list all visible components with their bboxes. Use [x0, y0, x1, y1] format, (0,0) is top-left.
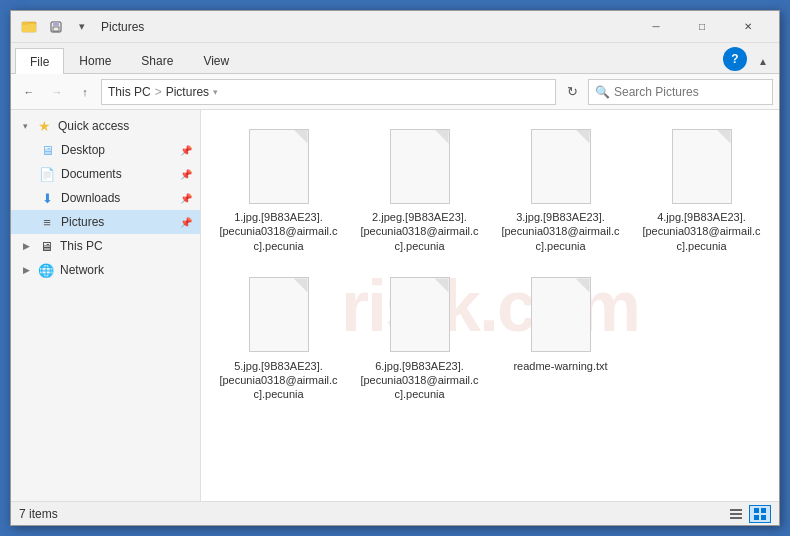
quick-access-label: Quick access — [58, 119, 192, 133]
file-name-2: 2.jpeg.[9B83AE23].[pecunia0318@airmail.c… — [360, 210, 480, 253]
window-icon — [19, 17, 39, 37]
svg-rect-4 — [53, 22, 59, 26]
close-button[interactable]: ✕ — [725, 11, 771, 43]
file-icon-4 — [667, 126, 737, 206]
list-item[interactable]: 6.jpg.[9B83AE23].[pecunia0318@airmail.cc… — [352, 269, 487, 408]
svg-rect-5 — [53, 27, 59, 31]
svg-rect-1 — [22, 24, 36, 32]
list-item[interactable]: 4.jpg.[9B83AE23].[pecunia0318@airmail.cc… — [634, 120, 769, 259]
save-quick-icon[interactable] — [45, 16, 67, 38]
pin-icon-documents: 📌 — [180, 169, 192, 180]
svg-rect-9 — [754, 508, 759, 513]
tab-home[interactable]: Home — [64, 47, 126, 73]
search-icon: 🔍 — [595, 85, 610, 99]
status-item-count: 7 items — [19, 507, 725, 521]
window-title: Pictures — [101, 20, 633, 34]
path-separator-1: > — [155, 85, 162, 99]
downloads-label: Downloads — [61, 191, 174, 205]
list-view-button[interactable] — [725, 505, 747, 523]
pictures-label: Pictures — [61, 215, 174, 229]
address-path[interactable]: This PC > Pictures ▾ — [101, 79, 556, 105]
network-label: Network — [60, 263, 192, 277]
maximize-button[interactable]: □ — [679, 11, 725, 43]
up-button[interactable]: ↑ — [73, 80, 97, 104]
file-icon-1 — [244, 126, 314, 206]
address-bar: ← → ↑ This PC > Pictures ▾ ↻ 🔍 — [11, 74, 779, 110]
back-button[interactable]: ← — [17, 80, 41, 104]
ribbon-collapse-button[interactable]: ▲ — [751, 49, 775, 73]
expand-arrow-network: ▶ — [23, 265, 30, 275]
sidebar: ▾ ★ Quick access 🖥 Desktop 📌 📄 Documents… — [11, 110, 201, 501]
folder-pictures-icon: ≡ — [39, 214, 55, 230]
svg-rect-2 — [22, 22, 28, 25]
path-dropdown-chevron: ▾ — [213, 87, 218, 97]
file-name-4: 4.jpg.[9B83AE23].[pecunia0318@airmail.cc… — [642, 210, 762, 253]
tab-share[interactable]: Share — [126, 47, 188, 73]
quick-access-toolbar: ▾ — [45, 16, 93, 38]
files-grid: 1.jpg.[9B83AE23].[pecunia0318@airmail.cc… — [211, 120, 769, 418]
status-bar: 7 items — [11, 501, 779, 525]
svg-rect-12 — [761, 515, 766, 520]
sidebar-item-quick-access[interactable]: ▾ ★ Quick access — [11, 114, 200, 138]
file-name-6: 6.jpg.[9B83AE23].[pecunia0318@airmail.cc… — [360, 359, 480, 402]
computer-icon: 🖥 — [38, 238, 54, 254]
file-name-5: 5.jpg.[9B83AE23].[pecunia0318@airmail.cc… — [219, 359, 339, 402]
file-name-7: readme-warning.txt — [513, 359, 607, 373]
list-item[interactable]: 5.jpg.[9B83AE23].[pecunia0318@airmail.cc… — [211, 269, 346, 408]
view-toggle-buttons — [725, 505, 771, 523]
tab-view[interactable]: View — [188, 47, 244, 73]
list-item[interactable]: readme-warning.txt — [493, 269, 628, 408]
forward-button[interactable]: → — [45, 80, 69, 104]
svg-rect-10 — [761, 508, 766, 513]
file-icon-3 — [526, 126, 596, 206]
folder-desktop-icon: 🖥 — [39, 142, 55, 158]
file-icon-7 — [526, 275, 596, 355]
main-content: ▾ ★ Quick access 🖥 Desktop 📌 📄 Documents… — [11, 110, 779, 501]
path-segment-thispc: This PC — [108, 85, 151, 99]
minimize-button[interactable]: ─ — [633, 11, 679, 43]
pin-icon-pictures: 📌 — [180, 217, 192, 228]
pin-icon-downloads: 📌 — [180, 193, 192, 204]
sidebar-item-pictures[interactable]: ≡ Pictures 📌 — [11, 210, 200, 234]
list-item[interactable]: 3.jpg.[9B83AE23].[pecunia0318@airmail.cc… — [493, 120, 628, 259]
file-icon-5 — [244, 275, 314, 355]
svg-rect-8 — [730, 517, 742, 519]
file-icon-2 — [385, 126, 455, 206]
pin-icon-desktop: 📌 — [180, 145, 192, 156]
svg-rect-6 — [730, 509, 742, 511]
star-icon: ★ — [36, 118, 52, 134]
expand-arrow-this-pc: ▶ — [23, 241, 30, 251]
refresh-button[interactable]: ↻ — [560, 80, 584, 104]
file-name-1: 1.jpg.[9B83AE23].[pecunia0318@airmail.cc… — [219, 210, 339, 253]
explorer-window: ▾ Pictures ─ □ ✕ File Home Share View ? … — [10, 10, 780, 526]
window-controls: ─ □ ✕ — [633, 11, 771, 43]
sidebar-item-network[interactable]: ▶ 🌐 Network — [11, 258, 200, 282]
folder-download-icon: ⬇ — [39, 190, 55, 206]
search-box[interactable]: 🔍 — [588, 79, 773, 105]
grid-view-button[interactable] — [749, 505, 771, 523]
sidebar-item-downloads[interactable]: ⬇ Downloads 📌 — [11, 186, 200, 210]
help-button[interactable]: ? — [723, 47, 747, 71]
folder-docs-icon: 📄 — [39, 166, 55, 182]
tab-file[interactable]: File — [15, 48, 64, 74]
sidebar-item-desktop[interactable]: 🖥 Desktop 📌 — [11, 138, 200, 162]
list-item[interactable]: 2.jpeg.[9B83AE23].[pecunia0318@airmail.c… — [352, 120, 487, 259]
desktop-label: Desktop — [61, 143, 174, 157]
path-segment-pictures: Pictures — [166, 85, 209, 99]
ribbon-tabs: File Home Share View ? ▲ — [11, 43, 779, 73]
quick-chevron[interactable]: ▾ — [71, 16, 93, 38]
list-item[interactable]: 1.jpg.[9B83AE23].[pecunia0318@airmail.cc… — [211, 120, 346, 259]
expand-arrow-quick-access: ▾ — [23, 121, 28, 131]
network-icon: 🌐 — [38, 262, 54, 278]
svg-rect-7 — [730, 513, 742, 515]
file-name-3: 3.jpg.[9B83AE23].[pecunia0318@airmail.cc… — [501, 210, 621, 253]
this-pc-label: This PC — [60, 239, 192, 253]
file-area: risik.com 1.jpg.[9B83AE23].[pecunia0318@… — [201, 110, 779, 501]
search-input[interactable] — [614, 85, 766, 99]
sidebar-item-documents[interactable]: 📄 Documents 📌 — [11, 162, 200, 186]
ribbon: File Home Share View ? ▲ — [11, 43, 779, 74]
title-bar: ▾ Pictures ─ □ ✕ — [11, 11, 779, 43]
file-icon-6 — [385, 275, 455, 355]
sidebar-item-this-pc[interactable]: ▶ 🖥 This PC — [11, 234, 200, 258]
svg-rect-11 — [754, 515, 759, 520]
